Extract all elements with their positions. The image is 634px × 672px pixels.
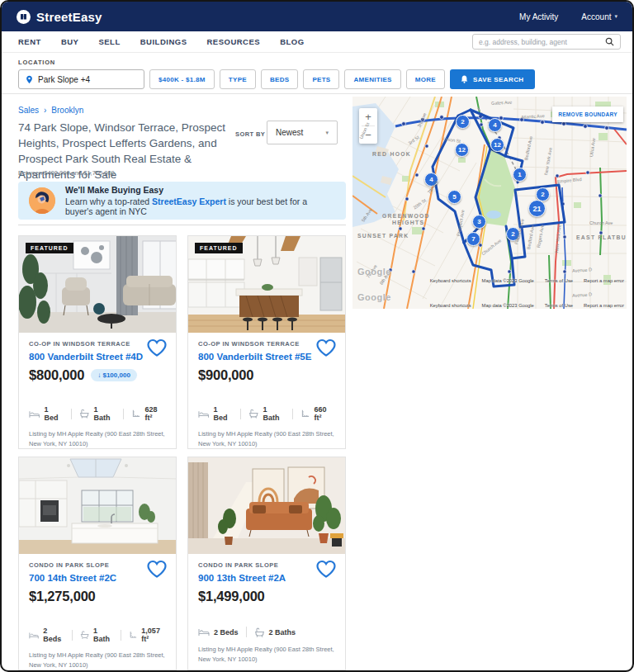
map-attribution-item[interactable]: Terms of Use xyxy=(545,303,573,308)
bath-icon xyxy=(79,409,90,419)
top-header: StreetEasy My Activity Account ▾ xyxy=(2,2,632,31)
map-cluster-marker[interactable]: 12 xyxy=(490,138,504,152)
map-area-label: RED HOOK xyxy=(372,151,411,157)
breadcrumb-separator: › xyxy=(44,106,46,115)
location-input[interactable]: Park Slope +4 xyxy=(18,69,144,89)
chevron-down-icon: ▾ xyxy=(614,13,617,20)
breadcrumb-brooklyn[interactable]: Brooklyn xyxy=(51,106,83,115)
filter-button-type[interactable]: TYPE xyxy=(220,69,256,89)
banner-title: We'll Make Buying Easy xyxy=(65,185,335,195)
bath-icon xyxy=(248,409,259,419)
nav-item-resources[interactable]: RESOURCES xyxy=(206,37,260,46)
save-heart-icon[interactable] xyxy=(146,338,168,361)
listing-photo[interactable] xyxy=(188,457,345,554)
map-attribution-item: Map data ©2023 Google xyxy=(482,303,534,308)
save-search-button[interactable]: SAVE SEARCH xyxy=(450,69,535,89)
map-cluster-marker[interactable]: 4 xyxy=(488,118,502,132)
save-heart-icon[interactable] xyxy=(315,560,337,582)
map-cluster-marker[interactable]: 21 xyxy=(528,200,546,217)
nav-item-sell[interactable]: SELL xyxy=(98,37,120,46)
map-attribution-item[interactable]: Report a map error xyxy=(584,303,624,308)
map-area-label: HEIGHTS xyxy=(392,220,424,225)
streeteasy-search-page: StreetEasy My Activity Account ▾ RENTBUY… xyxy=(0,0,634,672)
google-logo: Google xyxy=(357,292,391,302)
map-attribution-item[interactable]: Keyboard shortcuts xyxy=(430,303,471,308)
listing-photo[interactable]: FEATURED xyxy=(19,236,176,333)
nav-item-buildings[interactable]: BUILDINGS xyxy=(140,37,187,46)
bath-icon xyxy=(254,627,265,637)
filter-button-pets[interactable]: PETS xyxy=(303,69,339,89)
bed-icon xyxy=(29,631,39,640)
map-cluster-marker[interactable]: 1 xyxy=(513,168,527,182)
filter-button-beds[interactable]: BEDS xyxy=(261,69,298,89)
listing-price: $800,000 xyxy=(29,367,84,383)
map-street-label: Church Ave xyxy=(589,220,613,225)
save-heart-icon[interactable] xyxy=(315,338,337,361)
featured-badge: FEATURED xyxy=(26,243,73,253)
map-area-label: EAST FLATBUSH xyxy=(576,234,627,240)
price-range-subtitle: Between $400,000 and $1,750,000 xyxy=(18,169,115,177)
filter-button-more[interactable]: MORE xyxy=(406,69,445,89)
account-menu[interactable]: Account ▾ xyxy=(581,12,617,21)
listing-price: $1,499,000 xyxy=(198,589,265,604)
listing-card: CONDO IN PARK SLOPE 700 14th Street #2C … xyxy=(18,457,177,670)
listing-broker: Listing by MH Apple Realty (900 East 28t… xyxy=(29,429,166,448)
bed-icon xyxy=(198,409,209,419)
chevron-down-icon: ▾ xyxy=(325,130,329,136)
breadcrumb-sales[interactable]: Sales xyxy=(18,106,39,115)
results-map[interactable]: + − REMOVE BOUNDARY 241212451221372 RED … xyxy=(352,97,627,309)
bell-icon xyxy=(461,75,468,83)
listing-broker: Listing by MH Apple Realty (900 East 28t… xyxy=(29,651,166,670)
bath-icon xyxy=(80,630,89,640)
filter-bar: LOCATION Park Slope +4 $400K - $1.8MTYPE… xyxy=(2,53,632,94)
map-attribution: Keyboard shortcutsMap data ©2023 GoogleT… xyxy=(430,278,624,283)
map-attribution-item[interactable]: Keyboard shortcuts xyxy=(430,278,471,283)
listing-details: 2 Beds 2 Baths xyxy=(198,627,335,637)
location-value: Park Slope +4 xyxy=(38,75,90,84)
map-cluster-marker[interactable]: 3 xyxy=(472,215,486,229)
bed-icon xyxy=(29,409,40,419)
expert-avatar xyxy=(29,187,55,214)
map-cluster-marker[interactable]: 2 xyxy=(456,115,470,129)
save-heart-icon[interactable] xyxy=(146,560,168,582)
sqft-icon xyxy=(300,409,310,419)
listing-photo[interactable] xyxy=(19,457,176,554)
filter-button-amenities[interactable]: AMENITIES xyxy=(344,69,400,89)
listing-broker: Listing by MH Apple Realty (900 East 28t… xyxy=(198,429,335,448)
listing-price: $900,000 xyxy=(198,367,253,383)
my-activity-link[interactable]: My Activity xyxy=(519,12,558,21)
nav-item-buy[interactable]: BUY xyxy=(61,37,79,46)
nav-item-rent[interactable]: RENT xyxy=(18,37,41,46)
streeteasy-expert-link[interactable]: StreetEasy Expert xyxy=(152,196,226,206)
brand-name: StreetEasy xyxy=(36,10,102,24)
expert-promo-banner[interactable]: We'll Make Buying Easy Learn why a top-r… xyxy=(18,182,346,220)
listing-photo[interactable]: FEATURED xyxy=(188,236,345,333)
section-divider xyxy=(18,225,346,225)
sort-dropdown[interactable]: Newest ▾ xyxy=(267,121,338,144)
sort-by-label: SORT BY xyxy=(235,130,265,138)
nav-item-blog[interactable]: BLOG xyxy=(280,37,304,46)
map-cluster-marker[interactable]: 7 xyxy=(466,232,480,246)
map-cluster-marker[interactable]: 12 xyxy=(455,143,469,157)
site-search[interactable] xyxy=(472,34,621,50)
featured-badge: FEATURED xyxy=(195,243,243,253)
sort-value: Newest xyxy=(276,128,303,137)
streeteasy-pin-icon xyxy=(17,10,31,24)
map-cluster-marker[interactable]: 5 xyxy=(447,190,461,204)
listing-details: 1 Bed 1 Bath 628 ft² xyxy=(29,405,166,422)
map-attribution-item[interactable]: Terms of Use xyxy=(545,278,573,283)
listing-details: 2 Beds 1 Bath 1,057 ft² xyxy=(29,627,166,643)
listing-card: FEATURED CO-OP IN WINDSOR TERRACE 800 Va… xyxy=(18,235,177,449)
banner-body: Learn why a top-rated StreetEasy Expert … xyxy=(65,196,335,216)
bed-icon xyxy=(198,627,210,637)
streeteasy-logo[interactable]: StreetEasy xyxy=(17,10,102,24)
search-input[interactable] xyxy=(479,38,605,46)
remove-boundary-button[interactable]: REMOVE BOUNDARY xyxy=(552,106,623,122)
listing-price: $1,275,000 xyxy=(29,589,96,604)
listing-details: 1 Bed 1 Bath 660 ft² xyxy=(198,405,335,422)
map-area-label: GREENWOOD xyxy=(382,213,430,219)
map-attribution-item[interactable]: Report a map error xyxy=(584,278,624,283)
listing-card: CONDO IN PARK SLOPE 900 13th Street #2A … xyxy=(187,457,346,670)
search-icon[interactable] xyxy=(605,37,614,46)
filter-button-400k-1-8m[interactable]: $400K - $1.8M xyxy=(149,69,215,89)
